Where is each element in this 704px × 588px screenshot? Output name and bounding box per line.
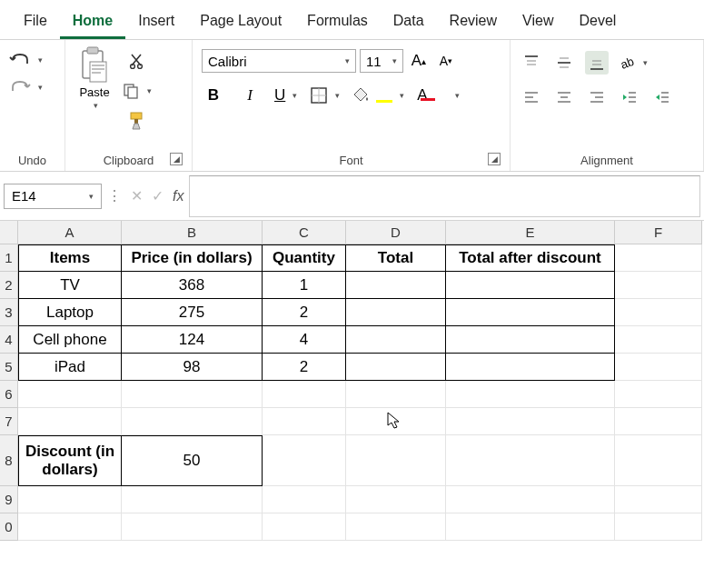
col-header-a[interactable]: A	[18, 221, 122, 244]
cell-e10[interactable]	[446, 513, 615, 541]
redo-button[interactable]: ▾	[9, 78, 43, 96]
tab-page-layout[interactable]: Page Layout	[187, 7, 294, 39]
cell-b3[interactable]: 275	[122, 299, 263, 326]
cell-b10[interactable]	[122, 513, 263, 541]
cell-f4[interactable]	[615, 326, 702, 354]
bold-button[interactable]: B	[202, 84, 225, 107]
cell-f10[interactable]	[615, 513, 702, 541]
cell-d7[interactable]	[346, 408, 446, 435]
cell-d6[interactable]	[346, 381, 446, 408]
cell-c5[interactable]: 2	[263, 354, 346, 381]
format-painter-button[interactable]	[125, 109, 149, 133]
cell-d2[interactable]	[346, 272, 446, 299]
cell-b9[interactable]	[122, 486, 263, 513]
row-header-8[interactable]: 8	[0, 435, 18, 486]
row-header-4[interactable]: 4	[0, 326, 18, 354]
cell-d8[interactable]	[346, 435, 446, 486]
formula-bar[interactable]	[189, 175, 700, 217]
cell-a5[interactable]: iPad	[18, 354, 122, 381]
cell-e4[interactable]	[446, 326, 615, 354]
cell-f2[interactable]	[615, 272, 702, 299]
col-header-d[interactable]: D	[346, 221, 446, 244]
cell-f6[interactable]	[615, 381, 702, 408]
align-center-button[interactable]	[552, 85, 576, 109]
col-header-c[interactable]: C	[263, 221, 346, 244]
align-left-button[interactable]	[520, 85, 543, 109]
cell-f8[interactable]	[615, 435, 702, 486]
cut-button[interactable]	[125, 49, 149, 73]
paste-button[interactable]: Paste ▾	[74, 45, 114, 110]
name-box[interactable]: E14▾	[4, 184, 102, 209]
cell-b8[interactable]: 50	[122, 435, 263, 486]
cell-c4[interactable]: 4	[263, 326, 346, 354]
undo-button[interactable]: ▾	[9, 51, 43, 69]
row-header-1[interactable]: 1	[0, 244, 18, 272]
cell-d3[interactable]	[346, 299, 446, 326]
cell-a6[interactable]	[18, 381, 122, 408]
cell-a9[interactable]	[18, 486, 122, 513]
cell-f9[interactable]	[615, 486, 702, 513]
tab-file[interactable]: File	[11, 7, 60, 39]
col-header-f[interactable]: F	[615, 221, 702, 244]
cell-c6[interactable]	[263, 381, 346, 408]
tab-formulas[interactable]: Formulas	[294, 7, 381, 39]
row-header-3[interactable]: 3	[0, 299, 18, 326]
increase-indent-button[interactable]	[650, 85, 674, 109]
cell-e2[interactable]	[446, 272, 615, 299]
cell-f1[interactable]	[615, 244, 702, 272]
font-name-select[interactable]: Calibri▾	[202, 49, 356, 73]
cell-e6[interactable]	[446, 381, 615, 408]
copy-button[interactable]: ▾	[122, 82, 152, 100]
cell-c7[interactable]	[263, 408, 346, 435]
cell-b6[interactable]	[122, 381, 263, 408]
cell-b7[interactable]	[122, 408, 263, 435]
cell-d10[interactable]	[346, 513, 446, 541]
tab-view[interactable]: View	[510, 7, 566, 39]
cancel-formula-button[interactable]: ✕	[131, 187, 143, 204]
cell-e9[interactable]	[446, 486, 615, 513]
cell-c1[interactable]: Quantity	[263, 244, 346, 272]
cell-e1[interactable]: Total after discount	[446, 244, 615, 272]
cell-a10[interactable]	[18, 513, 122, 541]
row-header-5[interactable]: 5	[0, 354, 18, 381]
enter-formula-button[interactable]: ✓	[152, 187, 164, 204]
decrease-font-button[interactable]: A▾	[434, 49, 458, 73]
cell-a1[interactable]: Items	[18, 244, 122, 272]
row-header-7[interactable]: 7	[0, 408, 18, 435]
cell-a2[interactable]: TV	[18, 272, 122, 299]
cell-c2[interactable]: 1	[263, 272, 346, 299]
tab-home[interactable]: Home	[60, 7, 125, 39]
cell-b1[interactable]: Price (in dollars)	[122, 244, 263, 272]
select-all-corner[interactable]	[0, 221, 18, 244]
cell-b4[interactable]: 124	[122, 326, 263, 354]
tab-developer[interactable]: Devel	[566, 7, 629, 39]
cell-a4[interactable]: Cell phone	[18, 326, 122, 354]
cell-c10[interactable]	[263, 513, 346, 541]
italic-button[interactable]: I	[238, 84, 262, 107]
cell-d9[interactable]	[346, 486, 446, 513]
row-header-10[interactable]: 0	[0, 513, 18, 541]
align-middle-button[interactable]	[552, 51, 576, 75]
borders-button[interactable]: ▾	[310, 86, 340, 105]
col-header-e[interactable]: E	[446, 221, 615, 244]
align-right-button[interactable]	[585, 85, 609, 109]
increase-font-button[interactable]: A▴	[407, 49, 431, 73]
cell-b5[interactable]: 98	[122, 354, 263, 381]
spreadsheet-grid[interactable]: A B C D E F 1 Items Price (in dollars) Q…	[0, 221, 704, 541]
cell-d1[interactable]: Total	[346, 244, 446, 272]
font-launcher[interactable]: ◢	[488, 153, 501, 165]
font-size-select[interactable]: 11▾	[360, 49, 403, 73]
clipboard-launcher[interactable]: ◢	[170, 153, 183, 165]
cell-c8[interactable]	[263, 435, 346, 486]
align-top-button[interactable]	[520, 51, 543, 75]
row-header-9[interactable]: 9	[0, 486, 18, 513]
cell-a7[interactable]	[18, 408, 122, 435]
tab-data[interactable]: Data	[381, 7, 437, 39]
cell-f7[interactable]	[615, 408, 702, 435]
decrease-indent-button[interactable]	[618, 85, 641, 109]
col-header-b[interactable]: B	[122, 221, 263, 244]
tab-insert[interactable]: Insert	[125, 7, 187, 39]
cell-e8[interactable]	[446, 435, 615, 486]
row-header-6[interactable]: 6	[0, 381, 18, 408]
cell-d4[interactable]	[346, 326, 446, 354]
